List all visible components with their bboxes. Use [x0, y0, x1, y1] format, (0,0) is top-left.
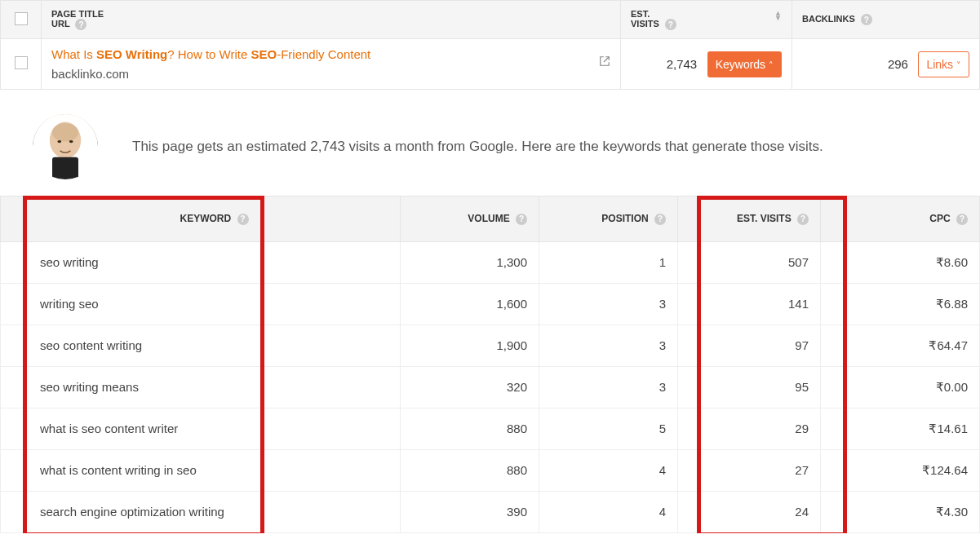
volume-cell: 1,900 [401, 325, 539, 366]
checkbox-icon[interactable] [15, 56, 28, 69]
page-title-header-label: PAGE TITLE [51, 9, 104, 19]
help-icon[interactable]: ? [797, 214, 809, 225]
svg-point-2 [52, 123, 78, 141]
cpc-cell: ₹8.60 [821, 241, 980, 283]
volume-cell: 880 [401, 408, 539, 449]
position-header[interactable]: POSITION ? [539, 197, 678, 242]
est-visits-header-label1: EST. [631, 9, 650, 19]
page-domain: backlinko.com [51, 67, 610, 81]
position-cell: 1 [539, 241, 678, 283]
volume-header[interactable]: VOLUME ? [401, 197, 539, 242]
keyword-cell: search engine optimization writing [1, 491, 401, 532]
est-visits-value: 2,743 [667, 57, 698, 71]
table-row: seo writing1,3001507₹8.60 [1, 241, 980, 283]
backlinks-cell: 296 Links ˅ [792, 39, 980, 90]
chevron-up-icon: ˄ [769, 60, 774, 70]
external-link-icon[interactable] [599, 55, 610, 69]
volume-cell: 880 [401, 449, 539, 491]
keyword-cell: seo content writing [1, 325, 401, 366]
keyword-cell: seo writing [1, 241, 401, 283]
svg-point-4 [69, 140, 73, 143]
keyword-cell: what is content writing in seo [1, 449, 401, 491]
keyword-cell: writing seo [1, 283, 401, 325]
table-row: seo writing means320395₹0.00 [1, 366, 980, 408]
estvisits-cell: 97 [678, 325, 821, 366]
avatar [33, 114, 98, 179]
cpc-header[interactable]: CPC ? [821, 197, 980, 242]
volume-cell: 320 [401, 366, 539, 408]
help-icon[interactable]: ? [516, 214, 527, 225]
checkbox-icon[interactable] [15, 12, 28, 25]
estvisits-cell: 24 [678, 491, 821, 532]
keyword-header[interactable]: KEYWORD ? [1, 197, 401, 242]
position-cell: 3 [539, 366, 678, 408]
estvisits-cell: 95 [678, 366, 821, 408]
estvisits-cell: 29 [678, 408, 821, 449]
position-cell: 3 [539, 325, 678, 366]
help-icon[interactable]: ? [654, 214, 666, 225]
backlinks-header-label: BACKLINKS [802, 14, 855, 24]
position-cell: 3 [539, 283, 678, 325]
table-row: writing seo1,6003141₹6.88 [1, 283, 980, 325]
help-icon[interactable]: ? [861, 14, 872, 25]
cpc-cell: ₹64.47 [821, 325, 980, 366]
help-icon[interactable]: ? [75, 19, 86, 30]
position-cell: 4 [539, 491, 678, 532]
volume-cell: 1,600 [401, 283, 539, 325]
page-title-cell: What Is SEO Writing? How to Write SEO-Fr… [42, 39, 621, 90]
estvisits-header[interactable]: EST. VISITS ? [678, 197, 821, 242]
keyword-table-wrapper: KEYWORD ? VOLUME ? POSITION ? EST. VISIT… [0, 196, 980, 533]
help-icon[interactable]: ? [956, 214, 968, 225]
help-icon[interactable]: ? [665, 19, 676, 30]
keyword-cell: seo writing means [1, 366, 401, 408]
backlinks-value: 296 [888, 57, 908, 71]
position-cell: 5 [539, 408, 678, 449]
position-cell: 4 [539, 449, 678, 491]
table-row: search engine optimization writing390424… [1, 491, 980, 532]
select-all-header[interactable] [1, 1, 42, 39]
chevron-down-icon: ˅ [956, 60, 961, 70]
est-visits-cell: 2,743 Keywords ˄ [621, 39, 792, 90]
advisor-text: This page gets an estimated 2,743 visits… [114, 124, 841, 170]
cpc-cell: ₹4.30 [821, 491, 980, 532]
est-visits-header-label2: VISITS [631, 19, 659, 29]
page-title-link[interactable]: What Is SEO Writing? How to Write SEO-Fr… [51, 47, 370, 61]
volume-cell: 1,300 [401, 241, 539, 283]
page-title-header[interactable]: PAGE TITLE URL ? [42, 1, 621, 39]
pages-table: PAGE TITLE URL ? ▲▼ EST. VISITS ? BACKLI… [0, 0, 980, 90]
table-row: seo content writing1,900397₹64.47 [1, 325, 980, 366]
keyword-cell: what is seo content writer [1, 408, 401, 449]
table-row: What Is SEO Writing? How to Write SEO-Fr… [1, 39, 980, 90]
keywords-button[interactable]: Keywords ˄ [707, 51, 782, 77]
backlinks-header[interactable]: BACKLINKS ? [792, 1, 980, 39]
estvisits-cell: 141 [678, 283, 821, 325]
est-visits-header[interactable]: ▲▼ EST. VISITS ? [621, 1, 792, 39]
svg-point-3 [57, 140, 61, 143]
links-button[interactable]: Links ˅ [918, 51, 969, 77]
volume-cell: 390 [401, 491, 539, 532]
row-select-cell[interactable] [1, 39, 42, 90]
table-row: what is seo content writer880529₹14.61 [1, 408, 980, 449]
keyword-table: KEYWORD ? VOLUME ? POSITION ? EST. VISIT… [0, 196, 980, 533]
svg-rect-5 [52, 157, 78, 179]
keyword-table-header-row: KEYWORD ? VOLUME ? POSITION ? EST. VISIT… [1, 197, 980, 242]
help-icon[interactable]: ? [237, 214, 249, 225]
sort-arrows-icon[interactable]: ▲▼ [774, 11, 782, 20]
cpc-cell: ₹6.88 [821, 283, 980, 325]
estvisits-cell: 507 [678, 241, 821, 283]
cpc-cell: ₹14.61 [821, 408, 980, 449]
table-row: what is content writing in seo880427₹124… [1, 449, 980, 491]
estvisits-cell: 27 [678, 449, 821, 491]
pages-table-header-row: PAGE TITLE URL ? ▲▼ EST. VISITS ? BACKLI… [1, 1, 980, 39]
cpc-cell: ₹124.64 [821, 449, 980, 491]
url-header-label: URL [51, 19, 69, 29]
advisor-tip: This page gets an estimated 2,743 visits… [33, 114, 964, 179]
cpc-cell: ₹0.00 [821, 366, 980, 408]
